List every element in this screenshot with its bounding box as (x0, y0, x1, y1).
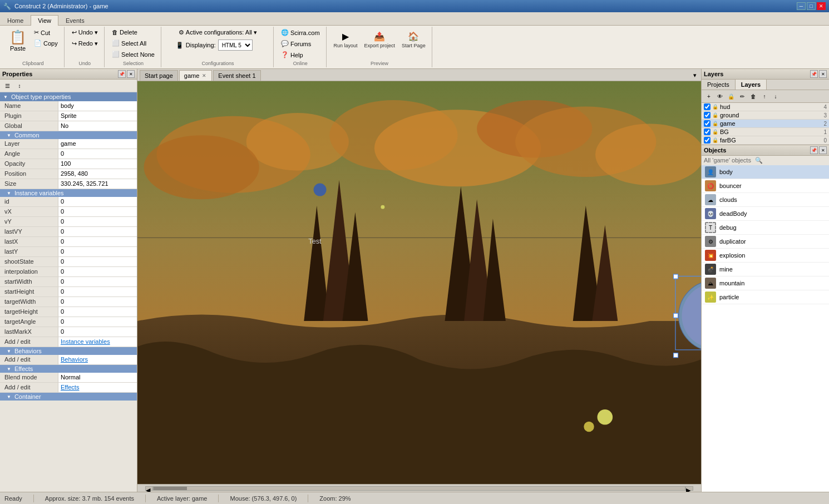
tab-projects[interactable]: Projects (702, 80, 736, 90)
export-project-button[interactable]: 📤 Export project (362, 28, 398, 50)
props-toolbar-btn-1[interactable]: ☰ (2, 81, 12, 91)
tab-game[interactable]: game ✕ (179, 70, 213, 81)
prop-var-id-value[interactable]: 0 (58, 197, 137, 206)
layer-visible-farBG[interactable] (704, 137, 710, 144)
objects-pin-button[interactable]: 📌 (810, 146, 818, 154)
prop-opacity-value[interactable]: 100 (58, 159, 137, 169)
run-layout-button[interactable]: ▶ Run layout (331, 28, 361, 50)
start-page-button[interactable]: 🏠 Start Page (399, 28, 428, 50)
maximize-button[interactable]: □ (807, 2, 816, 10)
tab-layers[interactable]: Layers (736, 80, 767, 90)
prop-position-value[interactable]: 2958, 480 (58, 169, 137, 179)
layer-up-button[interactable]: ↑ (759, 91, 769, 101)
eye-button[interactable]: 👁 (715, 91, 725, 101)
copy-button[interactable]: 📄 Copy (31, 38, 61, 48)
canvas-container[interactable]: Test (137, 81, 701, 484)
layer-row-farBG[interactable]: 🔒 farBG 0 (702, 136, 829, 145)
prop-size-value[interactable]: 330.245, 325.721 (58, 179, 137, 189)
layer-visible-hud[interactable] (704, 103, 710, 110)
layer-row-hud[interactable]: 🔒 hud 4 (702, 103, 829, 111)
layer-row-ground[interactable]: 🔒 ground 3 (702, 111, 829, 120)
ribbon-tab-events[interactable]: Events (58, 15, 92, 25)
tab-start-page[interactable]: Start page (140, 70, 178, 81)
object-item-mine[interactable]: 💣 mine (702, 263, 829, 276)
layers-pin-button[interactable]: 📌 (810, 70, 818, 78)
behaviors-section[interactable]: ▼ Behaviors (0, 347, 137, 355)
prop-var-vX-value[interactable]: 0 (58, 207, 137, 216)
minimize-button[interactable]: ─ (797, 2, 806, 10)
layer-down-button[interactable]: ↓ (771, 91, 781, 101)
object-type-section[interactable]: ▼ Object type properties (0, 92, 137, 101)
prop-global-value[interactable]: No (58, 121, 137, 131)
prop-var-targetHeight-value[interactable]: 0 (58, 307, 137, 317)
props-toolbar-btn-2[interactable]: ↕ (14, 81, 24, 91)
prop-blend-value[interactable]: Normal (58, 373, 137, 382)
object-item-particle[interactable]: ✨ particle (702, 290, 829, 304)
close-button[interactable]: ✕ (817, 2, 826, 10)
prop-var-shootState-value[interactable]: 0 (58, 257, 137, 266)
prop-angle-value[interactable]: 0 (58, 149, 137, 159)
tab-dropdown-button[interactable]: ▾ (691, 71, 699, 80)
layer-row-game[interactable]: 🔒 game 2 (702, 120, 829, 128)
prop-name-value[interactable]: body (58, 101, 137, 111)
delete-layer-button[interactable]: 🗑 (748, 91, 758, 101)
ribbon-tab-view[interactable]: View (31, 15, 58, 26)
prop-var-startWidth-value[interactable]: 0 (58, 277, 137, 286)
instance-vars-section[interactable]: ▼ Instance variables (0, 189, 137, 197)
object-item-clouds[interactable]: ☁ clouds (702, 193, 829, 207)
prop-var-interpolation-value[interactable]: 0 (58, 267, 137, 276)
active-config-button[interactable]: ⚙ Active configurations: All ▾ (176, 28, 260, 37)
add-edit-beh-link[interactable]: Behaviors (58, 355, 137, 364)
object-item-explosion[interactable]: 💥 explosion (702, 249, 829, 263)
html-version-select[interactable]: HTML 5 (218, 39, 253, 51)
properties-close-button[interactable]: ✕ (127, 70, 135, 78)
object-item-debug[interactable]: T debug (702, 221, 829, 235)
tab-event-sheet-1[interactable]: Event sheet 1 (213, 70, 260, 81)
prop-var-lastY-value[interactable]: 0 (58, 247, 137, 256)
delete-button[interactable]: 🗑 Delete (109, 28, 157, 37)
scroll-left-btn[interactable]: ◀ (145, 486, 153, 491)
select-none-button[interactable]: ⬜ Select None (109, 50, 157, 59)
prop-var-lastX-value[interactable]: 0 (58, 237, 137, 246)
object-item-body[interactable]: 👤 body (702, 165, 829, 179)
redo-button[interactable]: ↪ Redo ▾ (69, 39, 101, 48)
prop-var-startHeight-value[interactable]: 0 (58, 287, 137, 297)
lock-button[interactable]: 🔒 (726, 91, 736, 101)
properties-pin-button[interactable]: 📌 (118, 70, 126, 78)
tab-game-close[interactable]: ✕ (201, 73, 207, 78)
add-layer-button[interactable]: + (704, 91, 714, 101)
object-item-mountain[interactable]: ⛰ mountain (702, 276, 829, 290)
paste-button[interactable]: 📋 Paste (6, 28, 30, 53)
add-edit-iv-link[interactable]: Instance variables (58, 337, 137, 347)
layer-visible-game[interactable] (704, 120, 710, 127)
undo-button[interactable]: ↩ Undo ▾ (69, 28, 101, 37)
common-section[interactable]: ▼ Common (0, 131, 137, 139)
objects-close-button[interactable]: ✕ (819, 146, 827, 154)
layer-visible-ground[interactable] (704, 112, 710, 118)
prop-var-vY-value[interactable]: 0 (58, 217, 137, 226)
objects-filter-search[interactable]: 🔍 (755, 157, 763, 164)
prop-var-targetAngle-value[interactable]: 0 (58, 317, 137, 327)
prop-var-lastVY-value[interactable]: 0 (58, 227, 137, 236)
scroll-thumb-h[interactable] (154, 487, 187, 490)
scroll-right-btn[interactable]: ▶ (685, 486, 693, 491)
effects-section[interactable]: ▼ Effects (0, 365, 137, 373)
layer-visible-BG[interactable] (704, 129, 710, 135)
object-item-deadBody[interactable]: 💀 deadBody (702, 207, 829, 221)
layers-close-button[interactable]: ✕ (819, 70, 827, 78)
container-section[interactable]: ▼ Container (0, 393, 137, 401)
forums-button[interactable]: 💬 Forums (278, 39, 323, 48)
ribbon-tab-home[interactable]: Home (0, 15, 31, 25)
help-button[interactable]: ❓ Help (278, 50, 323, 60)
select-all-button[interactable]: ⬜ Select All (109, 38, 157, 48)
add-edit-eff-link[interactable]: Effects (58, 383, 137, 392)
cut-button[interactable]: ✂ Cut (31, 28, 61, 37)
object-item-bouncer[interactable]: ⭕ bouncer (702, 179, 829, 193)
edit-layer-button[interactable]: ✏ (737, 91, 747, 101)
prop-var-lastMarkX-value[interactable]: 0 (58, 327, 137, 337)
prop-var-targetWidth-value[interactable]: 0 (58, 297, 137, 307)
canvas-scrollbar-h[interactable]: ◀ ▶ (137, 484, 701, 492)
object-item-duplicator[interactable]: ⚙ duplicator (702, 235, 829, 249)
scirra-button[interactable]: 🌐 Scirra.com (278, 28, 323, 37)
layer-row-BG[interactable]: 🔒 BG 1 (702, 128, 829, 136)
